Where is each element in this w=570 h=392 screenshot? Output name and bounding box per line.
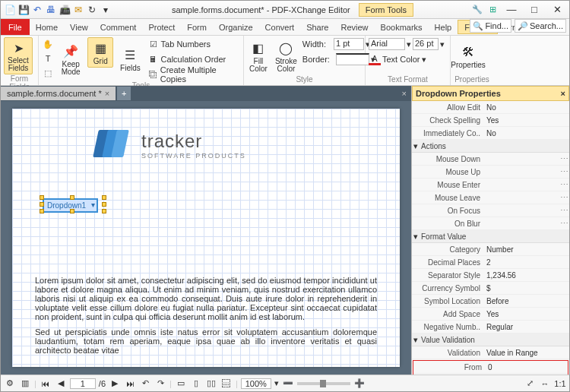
fit-page-icon[interactable]: ⤢	[524, 378, 536, 390]
text-tool[interactable]: T	[42, 52, 54, 65]
menu-organize[interactable]: Organize	[213, 19, 259, 35]
prop-value[interactable]: Regular	[485, 323, 569, 331]
prop-value[interactable]: Number	[485, 245, 569, 254]
property-section[interactable]: ▾Format Value	[412, 230, 569, 243]
more-icon[interactable]: ⋯	[559, 206, 569, 216]
zoom-in-icon[interactable]: ➕	[353, 378, 366, 390]
property-row[interactable]: On Blur⋯	[412, 217, 569, 230]
property-section[interactable]: ▾Actions	[412, 140, 569, 153]
layout-cont-facing-icon[interactable]: ⿳	[220, 378, 233, 390]
prop-value[interactable]: No	[485, 129, 569, 138]
property-row[interactable]: Negative Numb..Regular	[412, 321, 569, 334]
maximize-button[interactable]: □	[524, 2, 545, 17]
property-row[interactable]: On Focus⋯	[412, 204, 569, 217]
nav-fwd-icon[interactable]: ↷	[154, 378, 166, 390]
minimize-button[interactable]: —	[501, 2, 522, 17]
prop-value[interactable]: Value in Range	[485, 349, 569, 357]
calculation-order-button[interactable]: 🖩Calculation Order	[147, 52, 240, 66]
prop-value[interactable]: Yes	[485, 310, 569, 318]
redo-icon[interactable]: ↻	[86, 4, 98, 16]
page-input[interactable]: 1	[70, 378, 96, 389]
zoom-input[interactable]: 100%	[241, 378, 271, 389]
menu-bookmarks[interactable]: Bookmarks	[375, 19, 429, 35]
create-copies-button[interactable]: ⿻Create Multiple Copies	[147, 68, 240, 81]
text-color-button[interactable]: AText Color▾	[369, 52, 447, 66]
actual-size-icon[interactable]: 1:1	[554, 378, 566, 390]
zoom-slider[interactable]	[297, 382, 350, 385]
border-input[interactable]	[336, 53, 369, 65]
property-row[interactable]: Currency Symbol$	[412, 282, 569, 295]
add-tab-button[interactable]: +	[117, 87, 131, 100]
property-row[interactable]: Mouse Up⋯	[412, 166, 569, 179]
layout-cont-icon[interactable]: ▯	[190, 378, 202, 390]
tab-numbers-button[interactable]: ☑Tab Numbers	[147, 37, 240, 51]
panel-close-icon[interactable]: ×	[561, 89, 565, 98]
hand-tool[interactable]: ✋	[42, 37, 54, 51]
properties-button[interactable]: 🛠Properties	[454, 37, 483, 75]
property-row[interactable]: CategoryNumber	[412, 243, 569, 256]
ui-options-icon[interactable]: 🔧	[470, 4, 484, 16]
last-page-icon[interactable]: ⏭	[124, 378, 136, 390]
fields-button[interactable]: ☰ Fields	[116, 37, 144, 81]
email-icon[interactable]: ✉	[72, 4, 84, 16]
find-box[interactable]: 🔍Find...	[470, 19, 511, 33]
options-icon[interactable]: ⚙	[4, 378, 16, 390]
property-row[interactable]: Mouse Enter⋯	[412, 179, 569, 191]
more-icon[interactable]: ⋯	[559, 219, 569, 229]
prop-value[interactable]: No	[485, 103, 569, 112]
prop-value[interactable]: $	[485, 284, 569, 292]
prop-value[interactable]: Before	[485, 297, 569, 305]
property-list[interactable]: Allow EditNoCheck SpellingYesImmediately…	[412, 101, 569, 375]
fit-width-icon[interactable]: ↔	[539, 378, 551, 390]
nav-back-icon[interactable]: ↶	[139, 378, 151, 390]
select-fields-button[interactable]: ➤ Select Fields	[4, 37, 33, 74]
collapse-icon[interactable]: ▾	[413, 232, 421, 242]
property-row[interactable]: Check SpellingYes	[412, 114, 569, 127]
menu-help[interactable]: Help	[429, 19, 458, 35]
document-tab[interactable]: sample.forms.document * ×	[1, 87, 116, 100]
save-icon[interactable]: 💾	[17, 4, 30, 16]
menu-form[interactable]: Form	[181, 19, 213, 35]
more-icon[interactable]: ⋯	[559, 193, 569, 203]
bookmark-pane-icon[interactable]: ▥	[19, 378, 31, 390]
property-row[interactable]: From0	[413, 361, 568, 374]
layout-facing-icon[interactable]: ▯▯	[205, 378, 217, 390]
app-layout-icon[interactable]: ⊞	[486, 4, 499, 16]
more-icon[interactable]: ⋯	[559, 154, 569, 164]
property-row[interactable]: Symbol LocationBefore	[412, 295, 569, 308]
layout-single-icon[interactable]: ▭	[175, 378, 187, 390]
property-section[interactable]: ▾Value Validation	[412, 334, 569, 346]
menu-comment[interactable]: Comment	[94, 19, 143, 35]
next-page-icon[interactable]: ▶	[109, 378, 121, 390]
print-icon[interactable]: 🖶	[45, 4, 57, 16]
property-row[interactable]: Add SpaceYes	[412, 308, 569, 321]
prop-value[interactable]: 1,234.56	[485, 271, 569, 280]
property-row[interactable]: Decimal Places2	[412, 256, 569, 269]
fill-color-button[interactable]: ◧Fill Color	[247, 37, 270, 75]
property-row[interactable]: Mouse Down⋯	[412, 153, 569, 166]
menu-view[interactable]: View	[64, 19, 94, 35]
grid-button[interactable]: ▦ Grid	[87, 37, 113, 68]
prop-value[interactable]: Yes	[485, 116, 569, 125]
menu-convert[interactable]: Convert	[259, 19, 301, 35]
canvas[interactable]: tracker SOFTWARE PRODUCTS Dropdown1 Lore…	[1, 101, 411, 375]
prop-value[interactable]: 0	[486, 363, 568, 371]
select-tool[interactable]: ⬚	[42, 66, 54, 80]
menu-protect[interactable]: Protect	[142, 19, 181, 35]
zoom-out-icon[interactable]: ➖	[282, 378, 294, 390]
chevron-down-icon[interactable]: ▾	[440, 40, 445, 49]
file-menu[interactable]: File	[1, 19, 30, 35]
width-input[interactable]: 1 pt	[334, 38, 364, 50]
font-select[interactable]: Arial	[369, 38, 405, 50]
undo-icon[interactable]: ↶	[31, 4, 43, 16]
qat-dropdown-icon[interactable]: ▾	[100, 4, 112, 16]
scan-icon[interactable]: 📠	[59, 4, 71, 16]
property-row[interactable]: Immediately Co..No	[412, 127, 569, 140]
menu-review[interactable]: Review	[334, 19, 374, 35]
stroke-color-button[interactable]: ◯Stroke Color	[273, 37, 299, 75]
keep-mode-button[interactable]: 📌 Keep Mode	[57, 37, 84, 81]
close-button[interactable]: ✕	[546, 2, 568, 17]
menu-home[interactable]: Home	[30, 19, 64, 35]
first-page-icon[interactable]: ⏮	[40, 378, 52, 390]
search-box[interactable]: 🔎Search...	[515, 19, 566, 33]
